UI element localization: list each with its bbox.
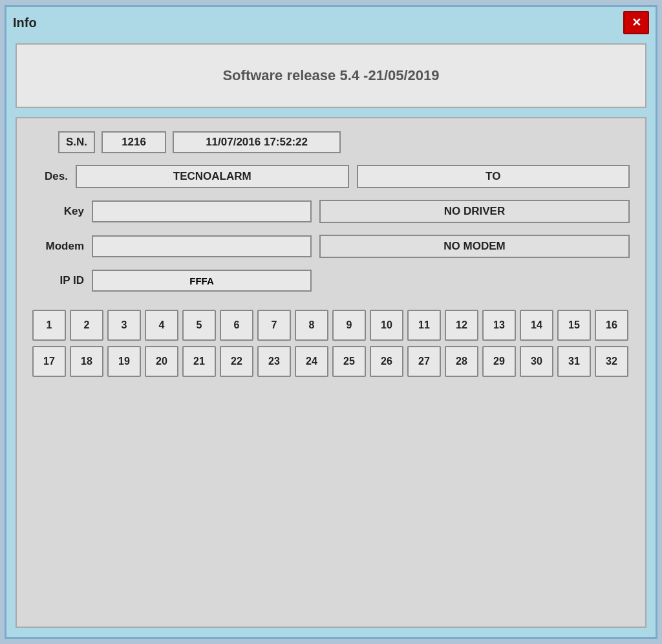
sn-label: S.N.	[58, 131, 95, 153]
num-btn-9[interactable]: 9	[332, 310, 366, 341]
num-btn-13[interactable]: 13	[482, 310, 516, 341]
num-btn-1[interactable]: 1	[32, 310, 66, 341]
main-panel: S.N. 1216 11/07/2016 17:52:22 Des. TECNO…	[16, 117, 646, 628]
num-btn-18[interactable]: 18	[70, 346, 103, 377]
num-btn-19[interactable]: 19	[107, 346, 141, 377]
close-button[interactable]: ✕	[623, 11, 649, 34]
num-btn-8[interactable]: 8	[295, 310, 328, 341]
window-title: Info	[13, 16, 37, 30]
number-pad: 12345678910111213141516 1718192021222324…	[32, 310, 630, 377]
num-btn-11[interactable]: 11	[407, 310, 441, 341]
ipid-row: IP ID	[32, 270, 630, 292]
key-status: NO DRIVER	[319, 200, 630, 223]
num-btn-23[interactable]: 23	[257, 346, 291, 377]
des-row: Des. TECNOALARM TO	[32, 165, 630, 188]
num-btn-17[interactable]: 17	[32, 346, 66, 377]
num-btn-14[interactable]: 14	[520, 310, 553, 341]
to-value: TO	[357, 165, 630, 188]
info-window: Info ✕ Software release 5.4 -21/05/2019 …	[5, 5, 657, 639]
software-release-panel: Software release 5.4 -21/05/2019	[16, 43, 646, 108]
key-label: Key	[32, 205, 84, 218]
datetime-value: 11/07/2016 17:52:22	[173, 131, 341, 153]
num-btn-5[interactable]: 5	[182, 310, 216, 341]
sn-row: S.N. 1216 11/07/2016 17:52:22	[58, 131, 630, 153]
num-btn-29[interactable]: 29	[482, 346, 516, 377]
des-label: Des.	[32, 170, 68, 183]
num-btn-24[interactable]: 24	[295, 346, 328, 377]
ipid-input[interactable]	[92, 270, 312, 292]
window-body: Software release 5.4 -21/05/2019 S.N. 12…	[6, 37, 656, 637]
num-btn-15[interactable]: 15	[557, 310, 591, 341]
num-btn-20[interactable]: 20	[145, 346, 178, 377]
modem-status: NO MODEM	[319, 235, 630, 258]
software-release-text: Software release 5.4 -21/05/2019	[222, 67, 439, 84]
num-btn-16[interactable]: 16	[595, 310, 628, 341]
modem-row: Modem NO MODEM	[32, 235, 630, 258]
num-btn-30[interactable]: 30	[520, 346, 553, 377]
num-btn-6[interactable]: 6	[220, 310, 253, 341]
modem-input[interactable]	[92, 235, 312, 257]
sn-value: 1216	[101, 131, 166, 153]
num-btn-3[interactable]: 3	[107, 310, 141, 341]
num-btn-27[interactable]: 27	[407, 346, 441, 377]
num-btn-32[interactable]: 32	[595, 346, 628, 377]
num-btn-28[interactable]: 28	[445, 346, 478, 377]
key-row: Key NO DRIVER	[32, 200, 630, 223]
modem-label: Modem	[32, 240, 84, 253]
num-btn-12[interactable]: 12	[445, 310, 478, 341]
num-btn-25[interactable]: 25	[332, 346, 366, 377]
key-input[interactable]	[92, 200, 312, 222]
ipid-label: IP ID	[32, 274, 84, 287]
number-row-2: 17181920212223242526272829303132	[32, 346, 630, 377]
num-btn-7[interactable]: 7	[257, 310, 291, 341]
title-bar: Info ✕	[6, 7, 656, 37]
num-btn-2[interactable]: 2	[70, 310, 103, 341]
num-btn-22[interactable]: 22	[220, 346, 253, 377]
des-value: TECNOALARM	[76, 165, 349, 188]
num-btn-10[interactable]: 10	[370, 310, 403, 341]
number-row-1: 12345678910111213141516	[32, 310, 630, 341]
num-btn-4[interactable]: 4	[145, 310, 178, 341]
num-btn-21[interactable]: 21	[182, 346, 216, 377]
num-btn-31[interactable]: 31	[557, 346, 591, 377]
num-btn-26[interactable]: 26	[370, 346, 403, 377]
